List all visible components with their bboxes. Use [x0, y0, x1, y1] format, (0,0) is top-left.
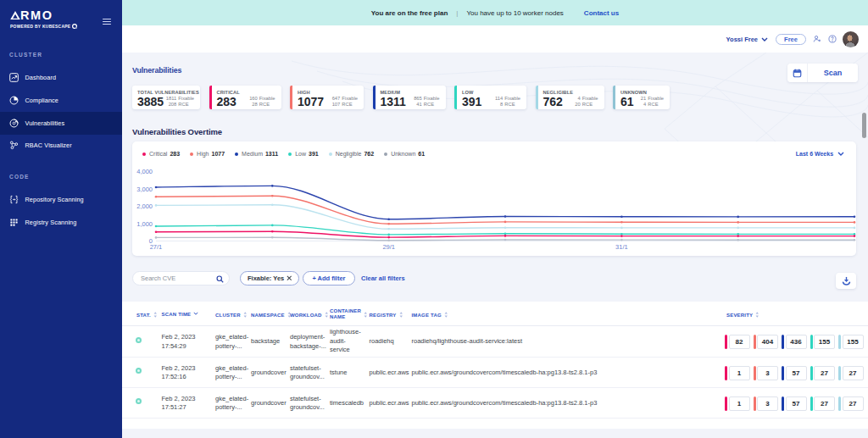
svg-text:2,000: 2,000: [136, 202, 153, 210]
svg-text:29/1: 29/1: [382, 243, 395, 251]
svg-text:1,000: 1,000: [136, 220, 153, 228]
svg-text:31/1: 31/1: [615, 243, 628, 251]
svg-text:4,000: 4,000: [136, 168, 153, 175]
svg-text:3,000: 3,000: [136, 186, 153, 193]
svg-text:27/1: 27/1: [150, 243, 163, 251]
